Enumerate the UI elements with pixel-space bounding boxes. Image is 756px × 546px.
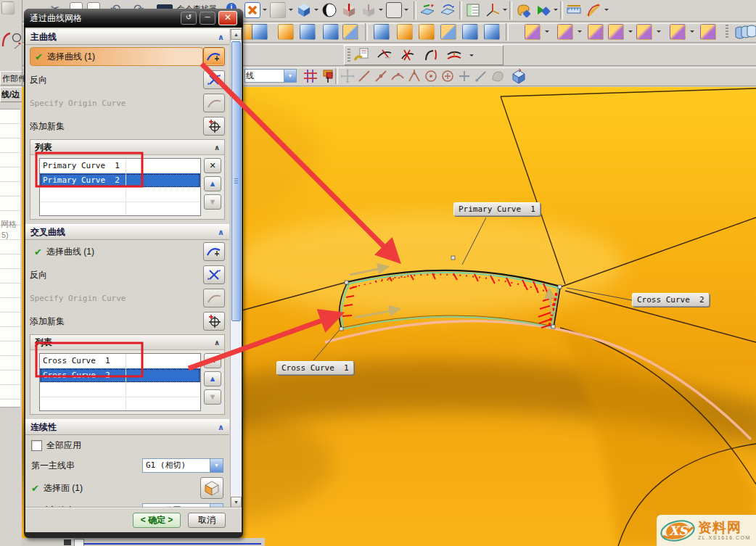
move-up-button[interactable]: ▲	[204, 176, 221, 191]
dropdown-caret-icon[interactable]	[503, 9, 507, 13]
selection-filter-combo[interactable]: 线 ▼	[245, 69, 297, 83]
apply-all-checkbox[interactable]	[31, 440, 42, 451]
continuity-section-header[interactable]: 连续性 ∧	[25, 419, 229, 435]
add-new-set-button[interactable]	[203, 117, 225, 136]
snap-point-icon[interactable]	[473, 68, 489, 84]
edit-surface-icon[interactable]	[636, 24, 652, 40]
list-item[interactable]	[40, 383, 200, 397]
move-down-button[interactable]: ▼	[204, 194, 221, 210]
surface-toolbar-icon[interactable]	[397, 24, 413, 40]
minimize-button[interactable]: ─	[200, 12, 215, 25]
dropdown-icon[interactable]: ▼	[210, 459, 223, 472]
ok-button[interactable]: < 确定 >	[133, 513, 181, 528]
primary-curve-listbox[interactable]: Primary Curve 1 Primary Curve 2	[39, 158, 201, 216]
reverse-direction-button[interactable]	[203, 70, 225, 89]
cross-curve-1-label[interactable]: Cross Curve 1	[276, 361, 354, 375]
add-new-set-button[interactable]	[203, 312, 225, 331]
edit-surface-icon[interactable]	[557, 24, 573, 40]
move-up-button[interactable]: ▲	[204, 371, 221, 386]
primary-curves-section-header[interactable]: 主曲线 ∧	[25, 29, 229, 45]
cancel-button[interactable]: 取消	[188, 513, 226, 528]
grid-snap-icon[interactable]	[303, 68, 319, 84]
dialog-scrollbar[interactable]: ▲ ▼	[230, 29, 242, 508]
information-list-icon[interactable]	[465, 2, 481, 18]
curve-tool-icon[interactable]	[400, 47, 416, 63]
scroll-up-button[interactable]: ▲	[231, 29, 242, 40]
dropdown-caret-icon[interactable]	[554, 9, 558, 13]
scrollbar-thumb[interactable]	[231, 41, 241, 321]
rotate-object-icon[interactable]	[440, 2, 456, 18]
curve-select-button[interactable]	[203, 47, 225, 66]
anchor-cube-icon[interactable]	[341, 2, 357, 18]
select-face-button[interactable]	[200, 477, 223, 499]
revolved-surface-icon[interactable]	[734, 24, 750, 40]
flag-snap-icon[interactable]	[320, 68, 336, 84]
list-item[interactable]	[40, 188, 200, 202]
dialog-title-bar[interactable]: 通过曲线网格 ↺ ─ ✕	[24, 9, 243, 28]
surface-toolbar-icon[interactable]	[419, 24, 435, 40]
protractor-icon[interactable]	[586, 2, 601, 18]
list-item[interactable]: Primary Curve 1	[40, 159, 200, 173]
dropdown-caret-icon[interactable]	[604, 9, 609, 13]
primary-select-curve-step[interactable]: ✔ 选择曲线 (1)	[30, 47, 203, 66]
snap-point-icon[interactable]	[423, 68, 439, 84]
list-header[interactable]: 列表 ∧	[30, 140, 224, 155]
wireframe-cube-icon[interactable]	[361, 2, 377, 18]
scroll-down-button[interactable]: ▼	[231, 497, 242, 508]
dropdown-caret-icon[interactable]	[263, 9, 267, 13]
cross-curve-2-label[interactable]: Cross Curve 2	[632, 293, 710, 307]
snap-point-icon[interactable]	[406, 68, 422, 84]
first-primary-dropdown[interactable]: G1 (相切) ▼	[142, 458, 223, 473]
surface-toolbar-icon[interactable]	[342, 24, 358, 40]
reset-button[interactable]: ↺	[181, 12, 197, 25]
palette-icon[interactable]	[515, 2, 531, 18]
combo-dropdown-icon[interactable]: ▼	[284, 70, 296, 82]
surface-toolbar-icon[interactable]	[374, 24, 390, 40]
remove-item-button[interactable]: ✕	[204, 353, 221, 368]
primary-curve-1-label[interactable]: Primary Curve 1	[453, 202, 541, 216]
navigator-table[interactable]	[0, 109, 20, 408]
dropdown-caret-icon[interactable]	[545, 30, 549, 35]
collapse-icon[interactable]: ∧	[214, 144, 220, 152]
snap-point-icon[interactable]	[440, 68, 456, 84]
curve-tool-icon[interactable]	[446, 47, 462, 63]
curve-tool-icon[interactable]	[377, 47, 393, 63]
thin-shaded-view-icon[interactable]	[270, 2, 286, 18]
close-button[interactable]: ✕	[218, 11, 237, 25]
edit-surface-icon[interactable]	[588, 24, 604, 40]
render-style-icon[interactable]	[321, 2, 337, 18]
fit-view-icon[interactable]	[245, 2, 260, 18]
collapse-icon[interactable]: ∧	[218, 228, 224, 237]
curve-tool-icon[interactable]	[353, 47, 369, 63]
snap-point-face-icon[interactable]	[490, 68, 506, 84]
collapse-icon[interactable]: ∧	[218, 33, 224, 42]
edit-surface-icon[interactable]	[525, 24, 541, 40]
dropdown-caret-icon[interactable]	[578, 30, 582, 35]
sketch-curve-icon[interactable]	[1, 30, 12, 51]
edit-surface-icon[interactable]	[670, 24, 686, 40]
move-down-button[interactable]: ▼	[204, 389, 221, 405]
selection-scope-cube-icon[interactable]	[510, 67, 526, 83]
surface-toolbar-icon[interactable]	[440, 24, 456, 40]
snap-point-icon[interactable]	[390, 68, 406, 84]
cross-select-curve-step[interactable]: ✔ 选择曲线 (1)	[30, 246, 203, 258]
dropdown-caret-icon[interactable]	[469, 54, 474, 59]
list-item-selected[interactable]: Cross Curve 2	[40, 368, 200, 383]
remove-item-button[interactable]: ✕	[204, 158, 221, 173]
dropdown-caret-icon[interactable]	[628, 30, 633, 35]
dropdown-caret-icon[interactable]	[289, 9, 293, 13]
surface-toolbar-icon[interactable]	[278, 24, 294, 40]
origin-curve-button[interactable]	[203, 289, 225, 307]
dropdown-caret-icon[interactable]	[657, 30, 661, 35]
dropdown-caret-icon[interactable]	[404, 9, 408, 13]
surface-toolbar-icon[interactable]	[323, 24, 339, 40]
curve-tool-icon[interactable]	[423, 47, 439, 63]
snap-point-icon[interactable]	[373, 68, 389, 84]
surface-toolbar-icon[interactable]	[484, 24, 500, 40]
collapse-icon[interactable]: ∧	[218, 423, 224, 432]
dropdown-caret-icon[interactable]	[379, 9, 383, 13]
ruler-icon[interactable]	[566, 2, 582, 18]
edit-surface-icon[interactable]	[608, 24, 624, 40]
list-header[interactable]: 列表 ∧	[30, 335, 224, 350]
dropdown-caret-icon[interactable]	[314, 9, 319, 13]
